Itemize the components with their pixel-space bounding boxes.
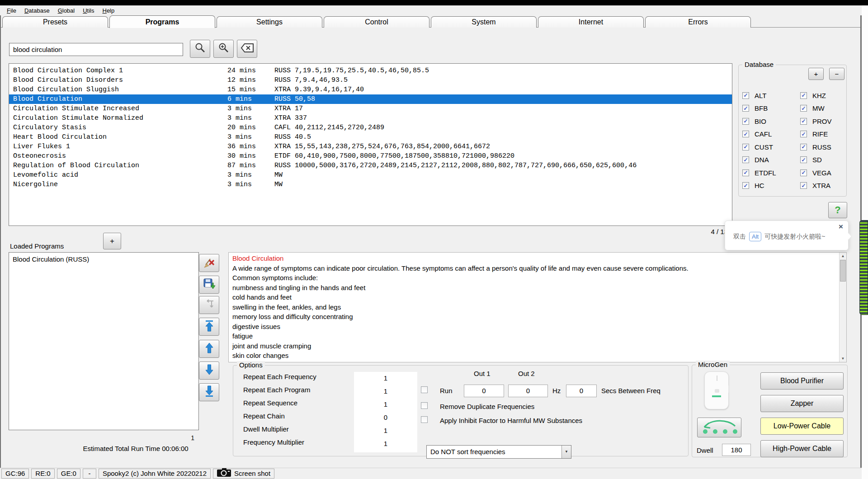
database-checkbox-russ[interactable]: ✓RUSS [800, 143, 832, 151]
database-select-all-button[interactable]: + [808, 68, 824, 80]
transfer-program-button[interactable] [199, 296, 219, 314]
clear-loaded-programs-button[interactable] [199, 254, 219, 272]
checkbox-checked-icon: ✓ [800, 118, 807, 125]
option-value[interactable]: 1 [354, 427, 417, 434]
option-value[interactable]: 1 [354, 387, 417, 395]
move-down-button[interactable] [199, 362, 219, 380]
tab-errors[interactable]: Errors [645, 16, 751, 28]
database-checkbox-alt[interactable]: ✓ALT [742, 92, 800, 99]
microgen-loop-button[interactable] [697, 418, 741, 437]
database-checkbox-sd[interactable]: ✓SD [800, 156, 832, 164]
move-up-button[interactable] [199, 340, 219, 358]
help-button[interactable]: ? [828, 202, 847, 218]
blood-purifier-button[interactable]: Blood Purifier [760, 372, 844, 390]
database-checkbox-dna[interactable]: ✓DNA [742, 156, 800, 164]
description-scrollbar[interactable]: ▲ ▼ [839, 253, 846, 362]
scroll-down-icon[interactable]: ▼ [840, 355, 846, 362]
high-power-cable-button[interactable]: High-Power Cable [760, 440, 844, 457]
options-values: 111011 [354, 372, 417, 452]
move-to-bottom-button[interactable] [199, 383, 219, 401]
program-row[interactable]: Liver Flukes 136 minsXTRA 15,55,143,238,… [9, 142, 732, 151]
description-line: fatigue [232, 331, 835, 341]
database-checkbox-hc[interactable]: ✓HC [742, 182, 800, 189]
database-legend: Database [742, 61, 776, 68]
apply-inhibit-label: Apply Inhibit Factor to Harmful MW Subst… [440, 417, 582, 424]
database-checkbox-vega[interactable]: ✓VEGA [800, 169, 832, 177]
database-checkbox-xtra[interactable]: ✓XTRA [800, 182, 832, 189]
program-row[interactable]: Circulation Stimulate Increased3 minsXTR… [9, 104, 732, 113]
search-input[interactable] [9, 43, 183, 56]
search-zoom-button[interactable] [213, 40, 234, 58]
add-loaded-program-button[interactable]: + [103, 233, 121, 249]
program-row[interactable]: Regulation of Blood Circulation87 minsRU… [9, 161, 732, 170]
tab-system[interactable]: System [431, 16, 537, 28]
database-checkbox-etdfl[interactable]: ✓ETDFL [742, 169, 800, 177]
out2-frequency-field[interactable]: 0 [508, 385, 548, 397]
sort-frequencies-dropdown[interactable]: Do NOT sort frequencies ▼ [426, 445, 571, 459]
tab-internet[interactable]: Internet [538, 16, 644, 28]
program-row[interactable]: Circulation Stimulate Normalized3 minsXT… [9, 113, 732, 123]
option-label: Repeat Chain [243, 412, 285, 420]
program-list[interactable]: Blood Circulation Complex 124 minsRUSS 7… [9, 63, 732, 226]
description-line: digestive issues [232, 322, 835, 332]
option-value[interactable]: 1 [354, 440, 417, 447]
program-duration: 30 mins [227, 151, 274, 161]
program-row[interactable]: Blood Circulation Sluggish15 minsXTRA 9.… [9, 85, 732, 94]
zapper-button[interactable]: Zapper [760, 395, 844, 412]
loaded-program-item[interactable]: Blood Circulation (RUSS) [9, 253, 198, 266]
menu-item-utils[interactable]: Utils [83, 7, 94, 14]
tab-programs[interactable]: Programs [109, 15, 215, 28]
checkbox-checked-icon: ✓ [800, 169, 807, 176]
option-value[interactable]: 1 [354, 400, 417, 408]
database-checkbox-mw[interactable]: ✓MW [800, 104, 832, 112]
program-row[interactable]: Circulatory Stasis20 minsCAFL 40,2112,21… [9, 123, 732, 132]
clear-search-button[interactable] [237, 40, 257, 58]
scrollbar-thumb[interactable] [840, 260, 846, 282]
database-checkbox-prov[interactable]: ✓PROV [800, 117, 832, 125]
program-name: Levomefolic acid [13, 170, 227, 180]
remove-duplicates-checkbox[interactable] [421, 402, 428, 409]
database-checkbox-bio[interactable]: ✓BIO [742, 117, 800, 125]
rocket-dock-widget[interactable] [859, 220, 868, 315]
secs-between-freq-field[interactable]: 0 [566, 385, 597, 397]
move-to-top-button[interactable] [199, 318, 219, 336]
tab-presets[interactable]: Presets [2, 16, 108, 28]
program-row[interactable]: Blood Circulation Disorders12 minsRUSS 7… [9, 75, 732, 85]
program-row[interactable]: Osteonecrosis30 minsETDF 60,410,900,7500… [9, 151, 732, 161]
program-row[interactable]: Blood Circulation6 minsRUSS 50,58 [9, 94, 732, 104]
option-value[interactable]: 0 [354, 413, 417, 421]
menu-item-file[interactable]: File [7, 7, 16, 14]
database-checkbox-bfb[interactable]: ✓BFB [742, 104, 800, 112]
status-item: - [83, 469, 96, 479]
apply-inhibit-checkbox[interactable] [421, 416, 428, 423]
save-loaded-programs-button[interactable] [199, 276, 219, 294]
scroll-up-icon[interactable]: ▲ [840, 253, 846, 259]
database-checkbox-khz[interactable]: ✓KHZ [800, 92, 832, 99]
tooltip-close-icon[interactable]: × [839, 222, 843, 231]
search-button[interactable] [190, 40, 210, 58]
program-row[interactable]: Nicergoline3 minsMW [9, 180, 732, 189]
chevron-down-icon[interactable]: ▼ [561, 446, 571, 458]
menu-item-database[interactable]: Database [24, 7, 50, 14]
menu-item-global[interactable]: Global [58, 7, 75, 14]
menu-item-help[interactable]: Help [103, 7, 115, 14]
database-checkbox-rife[interactable]: ✓RIFE [800, 130, 832, 138]
option-value[interactable]: 1 [354, 374, 417, 382]
program-row[interactable]: Blood Circulation Complex 124 minsRUSS 7… [9, 66, 732, 75]
loaded-programs-list[interactable]: Blood Circulation (RUSS) [9, 252, 199, 430]
screenshot-button[interactable]: Screen shot [213, 469, 274, 479]
run-checkbox[interactable] [421, 386, 428, 393]
loaded-programs-count: 1 [149, 434, 194, 441]
dwell-field[interactable]: 180 [722, 444, 751, 456]
database-checkbox-cust[interactable]: ✓CUST [742, 143, 800, 151]
program-name: Nicergoline [13, 180, 227, 189]
description-line: swelling in the feet, ankles, and legs [232, 302, 835, 312]
database-select-none-button[interactable]: − [829, 68, 844, 80]
program-row[interactable]: Heart Blood Circulation3 minsRUSS 40.5 [9, 132, 732, 142]
program-row[interactable]: Levomefolic acid3 minsMW [9, 170, 732, 180]
tab-settings[interactable]: Settings [217, 16, 322, 28]
tab-control[interactable]: Control [324, 16, 429, 28]
low-power-cable-button[interactable]: Low-Power Cable [760, 418, 844, 435]
database-checkbox-cafl[interactable]: ✓CAFL [742, 130, 800, 138]
out1-frequency-field[interactable]: 0 [464, 385, 504, 397]
